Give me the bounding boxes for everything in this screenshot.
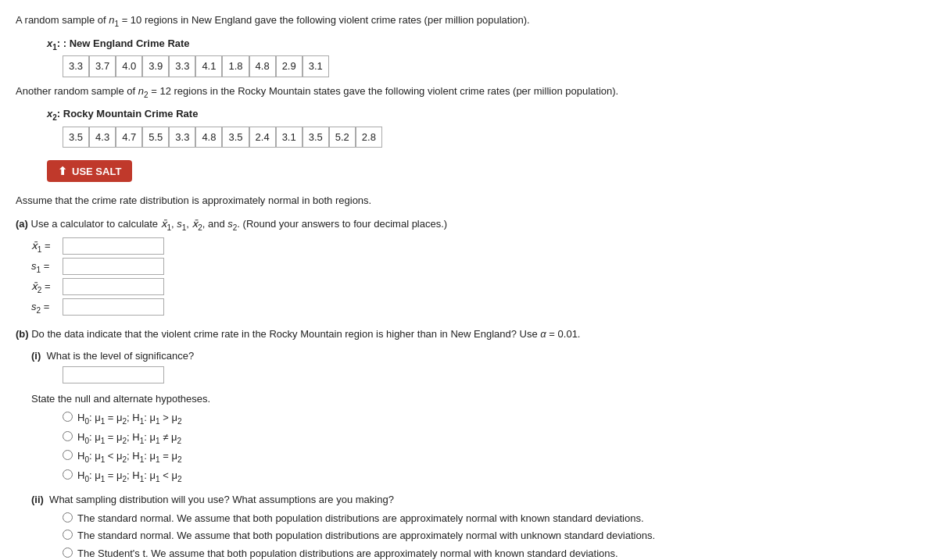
x1-cell-3: 3.9 [142, 55, 169, 77]
hypotheses-label: State the null and alternate hypotheses. [31, 391, 922, 407]
sampling-radio-1[interactable] [63, 530, 73, 540]
s2-label: s2 = [31, 299, 63, 316]
part-ii-section: (ii) What sampling distribution will you… [31, 492, 922, 560]
x2-cell-2: 4.7 [116, 127, 142, 148]
xbar2-input[interactable] [63, 278, 164, 295]
part-i-label: (i) What is the level of significance? [31, 348, 922, 364]
part-b-label: (b) Do the data indicate that the violen… [16, 326, 922, 342]
page-container: A random sample of n1 = 10 regions in Ne… [16, 12, 922, 560]
hypotheses-options: H0: μ1 = μ2; H1: μ1 > μ2 H0: μ1 = μ2; H1… [63, 410, 922, 484]
x2-data-row: 3.5 4.3 4.7 5.5 3.3 4.8 3.5 2.4 3.1 3.5 … [63, 127, 922, 148]
significance-input-container [63, 366, 922, 383]
hypothesis-radio-1[interactable] [63, 431, 73, 441]
x2-cell-9: 3.5 [303, 127, 329, 148]
x2-cell-3: 5.5 [142, 127, 169, 148]
x1-cell-8: 2.9 [276, 55, 303, 77]
sampling-radio-2[interactable] [63, 548, 73, 558]
x2-cell-1: 4.3 [89, 127, 116, 148]
hypothesis-option-2: H0: μ1 < μ2; H1: μ1 = μ2 [63, 448, 922, 465]
xbar1-input[interactable] [63, 237, 164, 255]
part-i-section: (i) What is the level of significance? S… [31, 348, 922, 484]
significance-input[interactable] [63, 366, 164, 383]
x2-label: x2: Rocky Mountain Crime Rate [47, 106, 922, 123]
x1-data-row: 3.3 3.7 4.0 3.9 3.3 4.1 1.8 4.8 2.9 3.1 [63, 55, 922, 77]
x1-cell-5: 4.1 [195, 55, 222, 77]
hypothesis-radio-2[interactable] [63, 450, 73, 460]
s1-input[interactable] [63, 258, 164, 275]
assume-text: Assume that the crime rate distribution … [16, 193, 922, 209]
x2-cell-6: 3.5 [222, 127, 249, 148]
hypothesis-option-0: H0: μ1 = μ2; H1: μ1 > μ2 [63, 410, 922, 427]
s2-row: s2 = [31, 298, 922, 316]
intro-paragraph-2: Another random sample of n2 = 12 regions… [16, 84, 922, 101]
x2-cell-5: 4.8 [195, 127, 222, 148]
hypothesis-option-1: H0: μ1 = μ2; H1: μ1 ≠ μ2 [63, 430, 922, 447]
calc-vars-container: x̄1 = s1 = x̄2 = s2 = [31, 237, 922, 316]
part-a-label: (a) Use a calculator to calculate x̄1, s… [16, 216, 922, 234]
x1-cell-6: 1.8 [222, 55, 249, 77]
hypothesis-radio-0[interactable] [63, 412, 73, 422]
s1-label: s1 = [31, 259, 63, 276]
sampling-radio-0[interactable] [63, 512, 73, 523]
xbar2-row: x̄2 = [31, 278, 922, 295]
part-a-section: (a) Use a calculator to calculate x̄1, s… [16, 216, 922, 316]
part-ii-label: (ii) What sampling distribution will you… [31, 492, 922, 508]
xbar1-row: x̄1 = [31, 237, 922, 255]
x2-cell-0: 3.5 [63, 127, 89, 148]
x1-cell-9: 3.1 [303, 55, 329, 77]
sampling-options: The standard normal. We assume that both… [63, 511, 922, 560]
x1-cell-4: 3.3 [169, 55, 195, 77]
salt-icon: ⬆ [58, 165, 67, 177]
xbar2-label: x̄2 = [31, 279, 63, 296]
part-b-section: (b) Do the data indicate that the violen… [16, 326, 922, 560]
x2-cell-11: 2.8 [356, 127, 382, 148]
x2-cell-4: 3.3 [169, 127, 195, 148]
xbar1-label: x̄1 = [31, 238, 63, 255]
x1-cell-7: 4.8 [249, 55, 276, 77]
sampling-option-1: The standard normal. We assume that both… [63, 528, 922, 544]
hypothesis-option-3: H0: μ1 = μ2; H1: μ1 < μ2 [63, 468, 922, 485]
s2-input[interactable] [63, 298, 164, 316]
x2-cell-7: 2.4 [249, 127, 276, 148]
x2-cell-8: 3.1 [276, 127, 303, 148]
sampling-option-2: The Student's t. We assume that both pop… [63, 546, 922, 560]
hypothesis-radio-3[interactable] [63, 469, 73, 480]
s1-row: s1 = [31, 258, 922, 275]
use-salt-button[interactable]: ⬆ USE SALT [47, 160, 132, 182]
intro-paragraph-1: A random sample of n1 = 10 regions in Ne… [16, 12, 922, 30]
use-salt-label: USE SALT [72, 166, 121, 177]
x1-cell-2: 4.0 [116, 55, 142, 77]
x2-cell-10: 5.2 [329, 127, 356, 148]
x1-label: x1: : New England Crime Rate [47, 36, 922, 53]
x1-cell-1: 3.7 [89, 55, 116, 77]
sampling-option-0: The standard normal. We assume that both… [63, 511, 922, 526]
x1-cell-0: 3.3 [63, 55, 89, 77]
